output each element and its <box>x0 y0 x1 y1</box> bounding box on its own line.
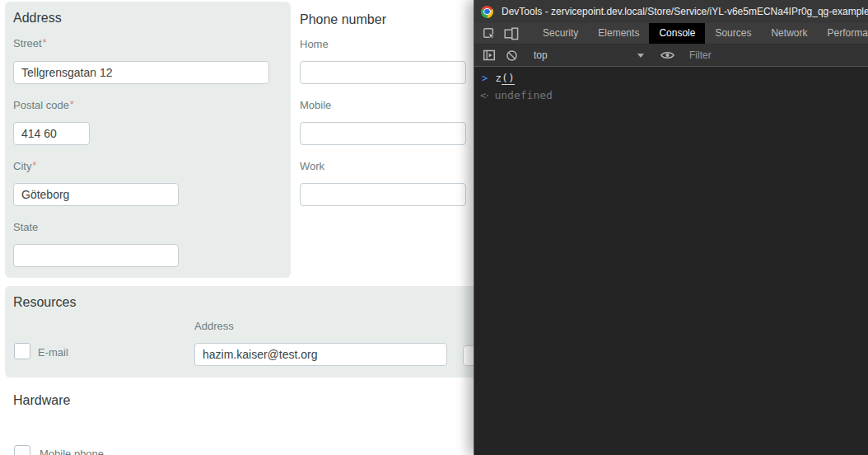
resources-address-column-label: Address <box>194 320 234 332</box>
work-phone-input[interactable] <box>300 183 466 206</box>
devtools-titlebar[interactable]: DevTools - zervicepoint.dev.local/Store/… <box>474 0 868 23</box>
email-checkbox-label: E-mail <box>38 346 68 359</box>
address-section-title: Address <box>13 11 62 26</box>
work-phone-label: Work <box>300 160 324 172</box>
device-toolbar-icon[interactable] <box>504 27 519 40</box>
show-sidebar-icon[interactable] <box>483 49 496 62</box>
address-section: Address Street* Postal code* City* State <box>5 2 291 278</box>
devtools-window: DevTools - zervicepoint.dev.local/Store/… <box>474 0 868 455</box>
console-output: > z() <· undefined <box>474 67 868 104</box>
console-toolbar: top <box>474 45 868 67</box>
console-typed-expression[interactable]: z() <box>495 72 514 84</box>
postal-code-label: Postal code* <box>13 99 74 111</box>
console-filter-input[interactable] <box>689 49 788 61</box>
phone-section-title: Phone number <box>300 12 386 27</box>
mobile-phone-checkbox[interactable] <box>14 445 30 455</box>
required-asterisk: * <box>70 99 74 110</box>
console-result-value: undefined <box>494 89 552 101</box>
postal-code-input[interactable] <box>13 122 90 145</box>
console-result-row: <· undefined <box>474 87 868 104</box>
screen: Address Street* Postal code* City* State… <box>0 0 868 455</box>
tab-network[interactable]: Network <box>761 23 817 44</box>
chevron-down-icon <box>637 54 644 58</box>
tab-security[interactable]: Security <box>533 23 588 44</box>
return-value-icon: <· <box>480 90 488 101</box>
state-label: State <box>13 221 38 233</box>
city-label: City* <box>13 160 36 172</box>
state-input[interactable] <box>13 244 179 267</box>
devtools-tabbar: Security Elements Console Sources Networ… <box>474 23 868 45</box>
required-asterisk: * <box>32 160 36 171</box>
eye-icon[interactable] <box>660 50 674 60</box>
email-checkbox[interactable] <box>14 343 30 359</box>
home-phone-input[interactable] <box>300 61 466 84</box>
resources-section-title: Resources <box>13 295 76 310</box>
resources-section: Resources Address E-mail <box>5 286 548 378</box>
city-input[interactable] <box>13 183 179 206</box>
console-prompt-icon: > <box>482 73 488 84</box>
devtools-window-title: DevTools - zervicepoint.dev.local/Store/… <box>502 6 868 17</box>
chrome-icon <box>481 6 493 18</box>
context-value: top <box>534 49 548 61</box>
console-input-row[interactable]: > z() <box>474 67 868 87</box>
required-asterisk: * <box>43 37 47 49</box>
mobile-phone-checkbox-label: Mobile phone <box>40 448 104 455</box>
street-input[interactable] <box>13 61 269 84</box>
javascript-context-select[interactable]: top <box>534 49 644 61</box>
home-phone-label: Home <box>300 38 329 50</box>
hardware-section-title: Hardware <box>13 393 70 408</box>
mobile-phone-label: Mobile <box>300 99 331 111</box>
street-label: Street* <box>13 37 46 49</box>
tab-elements[interactable]: Elements <box>588 23 649 44</box>
tab-sources[interactable]: Sources <box>705 23 761 44</box>
tab-console[interactable]: Console <box>649 23 705 44</box>
clear-console-icon[interactable] <box>506 49 518 62</box>
inspect-icon[interactable] <box>483 27 496 40</box>
tab-performance[interactable]: Performance <box>817 23 868 44</box>
email-address-input[interactable] <box>194 343 447 366</box>
mobile-phone-input[interactable] <box>300 122 466 145</box>
phone-number-section: Phone number Home Mobile Work <box>300 0 466 280</box>
